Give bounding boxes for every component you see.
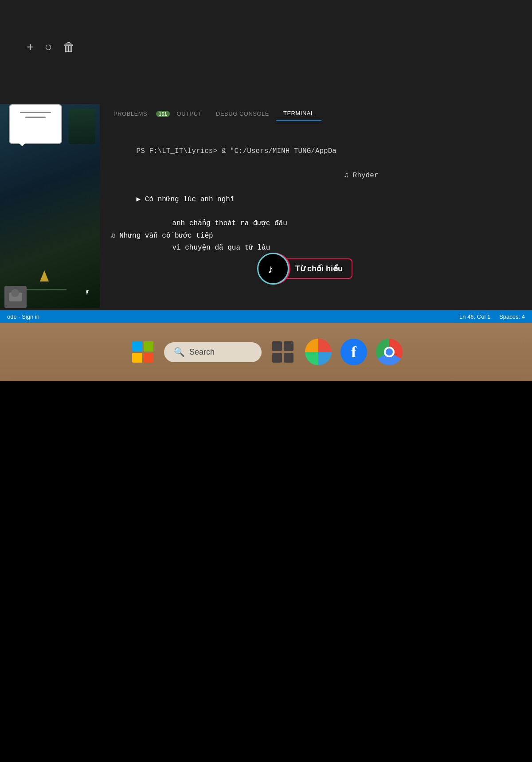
editor-image-panel	[0, 104, 100, 308]
chrome-icon-partial[interactable]	[375, 338, 403, 366]
tiktok-logo-svg: ♪	[264, 260, 282, 277]
tab-output[interactable]: OUTPUT	[170, 107, 209, 121]
status-right-area: Ln 46, Col 1 Spaces: 4	[459, 313, 525, 320]
terminal-line-3: anh chẳng thoát ra được đâu	[111, 218, 523, 230]
status-left-text: ode - Sign in	[7, 313, 39, 320]
windows-tile-1	[132, 341, 142, 352]
windows-logo	[132, 341, 153, 363]
status-ln-col: Ln 46, Col 1	[459, 313, 490, 320]
problems-badge: 161	[156, 111, 169, 117]
search-label: Search	[189, 348, 215, 357]
tab-debug-console[interactable]: DEBUG CONSOLE	[209, 107, 276, 121]
photos-app-icon[interactable]	[304, 338, 332, 366]
terminal-line-4: ♫ Nhưng vẫn cố bước tiếp	[111, 230, 523, 242]
tv-sq-1	[272, 341, 282, 351]
game-character	[4, 286, 27, 308]
windows-tile-4	[144, 353, 154, 363]
taskbar-search[interactable]: 🔍 Search	[164, 342, 262, 362]
svg-text:♪: ♪	[268, 262, 274, 276]
windows-taskbar: 🔍 Search f	[0, 323, 532, 381]
facebook-logo: f	[340, 339, 367, 365]
terminal-line-5: vì chuyện đã qua từ lâu	[111, 242, 523, 254]
vscode-status-bar: ode - Sign in Ln 46, Col 1 Spaces: 4	[0, 310, 532, 323]
status-spaces: Spaces: 4	[499, 313, 525, 320]
task-view-button[interactable]	[269, 338, 297, 366]
circle-icon[interactable]: ○	[45, 41, 52, 55]
terminal-panel: PS F:\LT_IT\lyrics> & "C:/Users/MINH TUN…	[102, 126, 532, 321]
mouse-cursor	[86, 290, 94, 300]
terminal-line-2: ▶ Có những lúc anh nghĩ	[111, 182, 523, 218]
task-view-icon	[272, 341, 293, 363]
tv-sq-4	[284, 353, 293, 363]
tab-problems[interactable]: PROBLEMS	[106, 107, 154, 121]
tv-sq-3	[272, 353, 282, 363]
search-icon: 🔍	[174, 347, 185, 358]
windows-tile-3	[132, 353, 142, 363]
tiktok-label: Từ chối hiểu	[285, 258, 352, 279]
tab-terminal[interactable]: TERMINAL	[276, 106, 321, 121]
editor-toolbar: + ○ 🗑	[27, 40, 75, 55]
terminal-line-1: ♫ Rhyder	[111, 170, 523, 182]
game-image	[0, 104, 100, 308]
panel-tabs: PROBLEMS 161 OUTPUT DEBUG CONSOLE TERMIN…	[102, 106, 326, 121]
tiktok-icon[interactable]: ♪	[257, 253, 289, 285]
terminal-command-line: PS F:\LT_IT\lyrics> & "C:/Users/MINH TUN…	[111, 133, 523, 170]
add-icon[interactable]: +	[27, 41, 34, 55]
trash-icon[interactable]: 🗑	[63, 40, 75, 55]
photos-logo	[305, 339, 332, 365]
speech-bubble	[9, 104, 62, 144]
tiktok-overlay[interactable]: ♪ Từ chối hiểu	[257, 253, 352, 285]
windows-start-button[interactable]	[129, 338, 157, 366]
tv-sq-2	[284, 341, 293, 351]
bottom-black-area	[0, 381, 532, 762]
chrome-logo	[376, 339, 403, 365]
facebook-app-icon[interactable]: f	[340, 338, 368, 366]
windows-tile-2	[144, 341, 154, 352]
chrome-center-circle	[384, 347, 395, 357]
